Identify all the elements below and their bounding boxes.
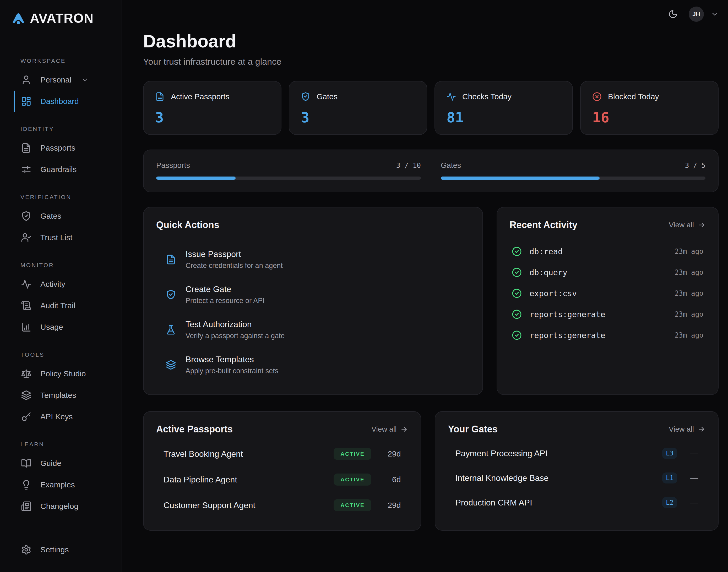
level-badge: L1 <box>662 473 677 484</box>
your-gates-panel: Your Gates View all Payment Processing A… <box>435 411 719 530</box>
activity-time: 23m ago <box>674 289 703 297</box>
panel-title: Quick Actions <box>156 219 219 230</box>
sidebar-nav: WORKSPACE Personal Dashboard <box>0 26 122 539</box>
view-all-link[interactable]: View all <box>371 425 408 433</box>
sidebar-item[interactable]: Examples <box>14 474 122 496</box>
activity-row: reports:generate 23m ago <box>510 304 706 325</box>
view-all-link[interactable]: View all <box>669 221 706 229</box>
brand: AVATRON <box>0 0 122 26</box>
sidebar-footer: Settings <box>0 539 122 572</box>
panel-title: Active Passports <box>156 424 233 435</box>
sidebar-item-label: Guide <box>40 459 61 468</box>
stat-label: Checks Today <box>462 92 512 101</box>
sidebar-item[interactable]: Changelog <box>14 496 122 517</box>
activity-row: db:query 23m ago <box>510 262 706 283</box>
sidebar-item[interactable]: Audit Trail <box>14 295 122 316</box>
sidebar-item-settings[interactable]: Settings <box>14 539 122 561</box>
sidebar-item[interactable]: Guardrails <box>14 159 122 180</box>
quick-action-item[interactable]: Test Authorization Verify a passport aga… <box>156 312 470 347</box>
gate-row[interactable]: Payment Processing API L3 — <box>448 441 706 466</box>
arrow-right-icon <box>698 425 706 433</box>
scale-icon <box>21 368 31 379</box>
flask-icon <box>166 325 176 335</box>
quick-action-title: Browse Templates <box>186 355 278 364</box>
progress-bar <box>441 176 706 180</box>
page-subtitle: Your trust infrastructure at a glance <box>143 57 719 67</box>
stat-value: 16 <box>592 109 707 126</box>
activity-name: reports:generate <box>530 310 605 319</box>
chevron-down-icon[interactable] <box>711 10 719 18</box>
book-open-icon <box>21 458 31 469</box>
gate-row[interactable]: Internal Knowledge Base L1 — <box>448 466 706 490</box>
sliders-icon <box>21 164 31 175</box>
sidebar-item-label: Personal <box>40 75 71 84</box>
sidebar-item[interactable]: Personal <box>14 69 122 91</box>
sidebar-section: WORKSPACE Personal Dashboard <box>0 58 122 112</box>
file-text-icon <box>21 143 31 153</box>
sidebar-item[interactable]: Guide <box>14 452 122 474</box>
passport-row[interactable]: Customer Support Agent ACTIVE 29d <box>156 492 408 518</box>
sidebar-item[interactable]: Trust List <box>14 227 122 248</box>
sidebar-item[interactable]: Gates <box>14 205 122 227</box>
progress-bar-fill <box>156 176 236 180</box>
sidebar-item[interactable]: Templates <box>14 384 122 406</box>
user-check-icon <box>21 232 31 243</box>
activity-time: 23m ago <box>674 331 703 339</box>
page-title: Dashboard <box>143 31 719 51</box>
sidebar-section-label: TOOLS <box>20 352 122 358</box>
gate-name: Internal Knowledge Base <box>455 473 662 483</box>
theme-toggle-button[interactable] <box>664 5 682 23</box>
brand-name: AVATRON <box>30 11 93 26</box>
passport-age: 29d <box>371 449 401 458</box>
quick-action-item[interactable]: Create Gate Protect a resource or API <box>156 277 470 312</box>
sidebar-section-label: WORKSPACE <box>20 58 122 64</box>
sidebar-item[interactable]: API Keys <box>14 406 122 427</box>
sidebar-item[interactable]: Passports <box>14 137 122 159</box>
activity-row: export:csv 23m ago <box>510 283 706 304</box>
level-badge: L2 <box>662 497 677 508</box>
sidebar-item-label: Templates <box>40 391 76 400</box>
view-all-link[interactable]: View all <box>669 425 706 433</box>
activity-name: reports:generate <box>530 331 605 340</box>
progress-bar-fill <box>441 176 600 180</box>
stat-card: Checks Today 81 <box>435 81 573 135</box>
gate-row[interactable]: Production CRM API L2 — <box>448 490 706 515</box>
sidebar-item[interactable]: Activity <box>14 273 122 295</box>
sidebar-item-label: Dashboard <box>40 97 79 106</box>
sidebar-item[interactable]: Policy Studio <box>14 363 122 384</box>
sidebar-section-label: MONITOR <box>20 262 122 269</box>
sidebar-item[interactable]: Usage <box>14 316 122 338</box>
sidebar: AVATRON WORKSPACE Personal Das <box>0 0 122 572</box>
sidebar-item-label: API Keys <box>40 412 73 421</box>
stat-label: Active Passports <box>171 92 229 101</box>
sidebar-item-label: Examples <box>40 480 75 489</box>
activity-time: 23m ago <box>674 247 703 255</box>
sidebar-item-label: Gates <box>40 212 61 220</box>
activity-row: db:read 23m ago <box>510 241 706 262</box>
sidebar-section: MONITOR Activity Audit Trail <box>0 262 122 338</box>
quota: Passports 3 / 10 <box>156 161 421 180</box>
passport-name: Customer Support Agent <box>163 500 334 510</box>
passport-age: 6d <box>371 475 401 484</box>
panel-title: Recent Activity <box>510 219 578 230</box>
quick-action-item[interactable]: Browse Templates Apply pre-built constra… <box>156 347 470 382</box>
avatar[interactable]: JH <box>689 7 704 22</box>
layers-icon <box>21 390 31 401</box>
progress-bar <box>156 176 421 180</box>
quick-action-item[interactable]: Issue Passport Create credentials for an… <box>156 242 470 277</box>
x-circle-icon <box>592 92 602 101</box>
passport-row[interactable]: Data Pipeline Agent ACTIVE 6d <box>156 467 408 492</box>
activity-name: db:read <box>530 247 562 256</box>
main-content: JH Dashboard Your trust infrastructure a… <box>122 0 728 572</box>
activity-name: export:csv <box>530 289 577 298</box>
layers-icon <box>166 360 176 370</box>
shield-check-icon <box>166 289 176 300</box>
quick-action-subtitle: Verify a passport against a gate <box>186 332 284 340</box>
passport-row[interactable]: Travel Booking Agent ACTIVE 29d <box>156 441 408 467</box>
sidebar-item-label: Passports <box>40 144 75 152</box>
activity-time: 23m ago <box>674 310 703 318</box>
sidebar-section: LEARN Guide Examples <box>0 441 122 517</box>
sidebar-item[interactable]: Dashboard <box>14 91 122 112</box>
stat-card: Active Passports 3 <box>143 81 281 135</box>
quick-actions-panel: Quick Actions Issue Passport Create cred… <box>143 207 483 395</box>
